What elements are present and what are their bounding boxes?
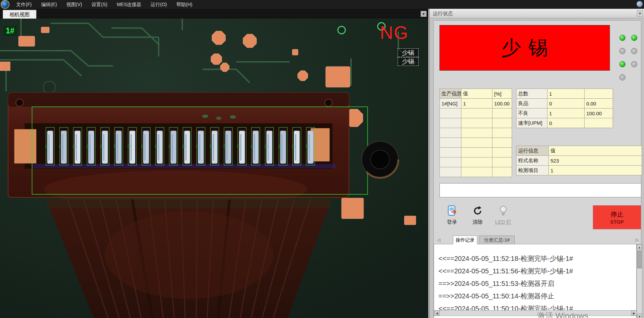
menu-mes[interactable]: MES连接器 [112,0,146,9]
led-button[interactable]: LED 灯 [492,205,514,225]
summary-table: 总数 1 良品 0 0.00 不良 1 100.00 速率[UPM] 0 [516,89,613,128]
operation-log-list: <<==2024-05-05_11:52:18-检测完毕-少锡-1# <<==2… [434,244,637,318]
login-icon [447,205,457,217]
sum-cell: 速率[UPM] [516,118,547,128]
status-lamps [619,35,637,80]
scroll-left-icon[interactable]: ◀ [434,311,440,316]
sum-cell [585,89,613,99]
prod-header: 值 [461,89,492,99]
tab-camera-view[interactable]: 相机视图 [3,10,36,19]
sum-cell: 0.00 [585,99,613,108]
scroll-down-icon[interactable]: ▼ [637,314,642,318]
run-header: 运行信息 [516,146,549,156]
clear-label: 清除 [467,219,488,225]
lamp-gray-icon [619,74,625,80]
menu-edit[interactable]: 编辑(E) [36,0,62,9]
run-info-table: 运行信息 值 程式名称 523 检测项目 1 [516,146,642,175]
sum-cell: 0 [547,99,585,108]
sum-cell [585,118,613,128]
prod-cell: 1 [461,99,492,108]
sum-cell: 0 [547,118,585,128]
stop-label-en: STOP [593,219,641,225]
menu-run[interactable]: 运行(O) [146,0,171,9]
scroll-thumb[interactable] [637,251,642,268]
defect-banner: 少锡 [439,25,610,71]
log-entry: ==>>2024-05-05_11:51:53-检测器开启 [434,277,636,290]
tab-list-dropdown-icon[interactable]: ▼ [421,11,427,17]
prod-cell: 100.00 [492,99,512,108]
run-cell: 1 [549,166,642,175]
panel-title: 运行状态 [430,9,644,18]
scroll-right-icon[interactable]: ▶ [631,311,637,316]
log-vscrollbar[interactable]: ▲ ▼ [637,244,642,318]
production-table: 生产信息 值 [%] 1#[NG] 1 100.00 [439,89,512,177]
result-ng-label: NG [380,22,409,43]
menu-view[interactable]: 视图(V) [62,0,87,9]
close-icon[interactable]: ✕ [637,10,643,17]
login-button[interactable]: 登录 [441,205,463,225]
run-status-panel: 运行状态 ✕ 少锡 生产信息 值 [%] [429,9,644,318]
app-logo-icon [1,0,9,9]
run-cell: 程式名称 [516,156,549,166]
sum-cell: 1 [547,108,585,118]
mounting-hole [362,141,398,178]
camera-tab-strip: 相机视图 ▼ [0,9,428,19]
message-box[interactable] [439,183,641,197]
sum-cell: 100.00 [585,108,613,118]
menu-file[interactable]: 文件(F) [11,0,36,9]
watermark-line1: 激活 Windows [537,311,590,318]
refresh-icon [472,205,483,217]
log-entry: <<==2024-05-05_11:52:18-检测完毕-少锡-1# [434,252,636,265]
sum-cell: 不良 [516,108,547,118]
defect-tag: 少锡 [398,48,419,57]
tab-operation-log[interactable]: 操作记录 [453,236,477,244]
run-cell: 检测项目 [516,166,549,175]
led-label: LED 灯 [492,219,514,225]
login-label: 登录 [441,219,463,225]
lamp-green-icon [619,61,625,67]
bulb-icon [498,205,509,217]
lamp-gray-icon [631,48,637,54]
windows-watermark: 激活 Windows 转到“设置”以激活 Windows [537,311,590,318]
menu-bar: 文件(F) 编辑(E) 视图(V) 设置(S) MES连接器 运行(O) 帮助(… [0,0,644,9]
tab-scroll-left-icon[interactable]: ◁ [436,237,441,243]
log-entry: ==>>2024-05-05_11:50:14-检测器停止 [434,290,636,302]
prod-cell: 1#[NG] [440,99,461,108]
panel-body: 少锡 生产信息 值 [%] 1#[NG] [433,20,641,316]
defect-tag: 少锡 [398,57,419,66]
tab-class-summary[interactable]: 分类汇总-1# [479,236,515,244]
scroll-up-icon[interactable]: ▲ [637,244,642,250]
flex-cable [46,199,332,318]
prod-header: 生产信息 [440,89,461,99]
menu-settings[interactable]: 设置(S) [87,0,112,9]
lamp-gray-icon [631,61,637,67]
run-header: 值 [549,146,642,156]
tab-scroll-right-icon[interactable]: ▷ [635,237,640,243]
lamp-green-icon [619,35,625,41]
log-entry: <<==2024-05-05_11:51:56-检测完毕-少锡-1# [434,265,636,277]
lamp-green-icon [631,35,637,41]
clear-button[interactable]: 清除 [467,205,488,225]
stop-label-cn: 停止 [593,210,641,219]
camera-view: 1# NG 少锡 少锡 [0,19,428,318]
menu-help[interactable]: 帮助(H) [171,0,197,9]
sum-cell: 良品 [516,99,547,108]
station-label: 1# [3,26,17,36]
log-hscrollbar[interactable]: ◀ ▶ [434,310,637,316]
dark-pad [44,81,55,93]
system-tray-icon [637,1,643,7]
prod-header: [%] [492,89,512,99]
app-window: 文件(F) 编辑(E) 视图(V) 设置(S) MES连接器 运行(O) 帮助(… [0,0,644,318]
pcb-image [0,19,428,318]
sum-cell: 1 [547,89,585,99]
stop-button[interactable]: 停止 STOP [593,205,641,229]
lamp-gray-icon [619,48,625,54]
sum-cell: 总数 [516,89,547,99]
run-cell: 523 [549,156,642,166]
